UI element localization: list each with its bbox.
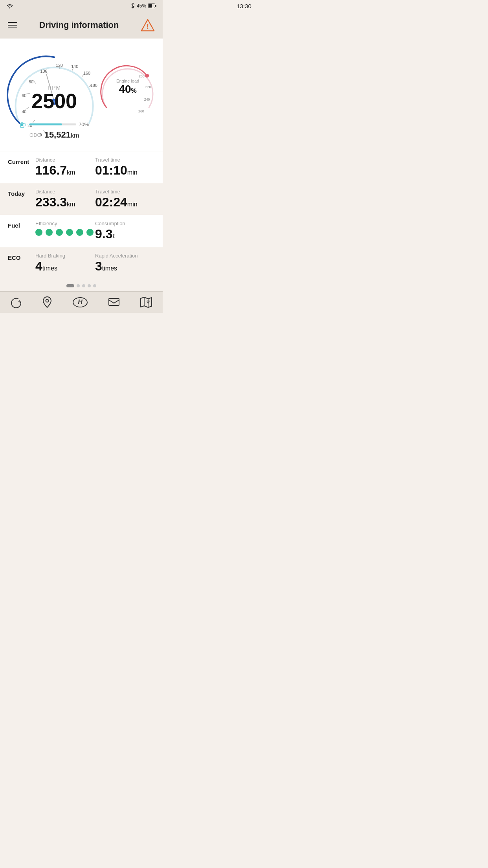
message-icon: [108, 297, 120, 307]
back-icon: [10, 297, 22, 308]
nav-back[interactable]: [10, 297, 22, 308]
current-travel-col: Travel time 01:10min: [95, 157, 155, 177]
svg-rect-40: [109, 298, 119, 305]
svg-rect-29: [21, 124, 23, 126]
nav-hyundai[interactable]: H: [72, 297, 88, 308]
svg-line-19: [33, 81, 36, 84]
svg-marker-41: [141, 297, 152, 307]
eff-dot-3: [56, 229, 63, 236]
today-distance-value: 233.3km: [35, 195, 95, 209]
today-label: Today: [8, 189, 35, 197]
bottom-nav: H: [0, 291, 163, 313]
fuel-section: Fuel Efficiency Consumption 9.3ℓ: [0, 215, 163, 246]
fuel-row: Fuel Efficiency Consumption 9.3ℓ: [8, 221, 155, 241]
eff-dot-6: [86, 229, 94, 236]
current-distance-name: Distance: [35, 157, 95, 163]
today-travel-value: 02:24min: [95, 195, 155, 209]
engine-load-gauge: 200 220 240 260 Engine load 40%: [97, 61, 159, 123]
current-distance-col: Distance 116.7km: [35, 157, 95, 177]
fuel-bar-background: [29, 123, 76, 125]
rapid-accel-name: Rapid Acceleration: [95, 253, 155, 259]
fuel-percentage: 70%: [79, 121, 89, 127]
fuel-label: Fuel: [8, 221, 35, 229]
warning-icon[interactable]: !: [141, 18, 155, 32]
odo-value: 15,521km: [44, 130, 79, 140]
svg-text:220: 220: [145, 85, 151, 89]
consumption-value: 9.3ℓ: [95, 227, 155, 241]
rpm-value: 2500: [31, 91, 77, 111]
fuel-bar-fill: [29, 123, 62, 125]
svg-text:260: 260: [138, 109, 144, 113]
svg-text:60: 60: [22, 93, 26, 98]
efficiency-col: Efficiency: [35, 221, 95, 241]
current-cols: Distance 116.7km Travel time 01:10min: [35, 157, 155, 177]
fuel-icon: [20, 120, 27, 128]
page-dot-2[interactable]: [77, 284, 80, 287]
nav-location[interactable]: [42, 296, 52, 308]
bluetooth-icon: [130, 3, 135, 9]
current-label: Current: [8, 157, 35, 165]
today-section: Today Distance 233.3km Travel time 02:24…: [0, 183, 163, 215]
current-row: Current Distance 116.7km Travel time 01:…: [8, 157, 155, 177]
svg-point-37: [46, 299, 48, 302]
wifi-icon: [6, 3, 13, 9]
rpm-gauge: 0 20 40 60 80 100 120 140 160 180: [4, 45, 105, 147]
svg-text:180: 180: [90, 83, 97, 88]
page-indicators: [0, 279, 163, 291]
svg-rect-1: [149, 4, 152, 8]
today-travel-name: Travel time: [95, 189, 155, 195]
svg-text:!: !: [147, 23, 149, 31]
gauges-row: 0 20 40 60 80 100 120 140 160 180: [4, 45, 159, 147]
consumption-name: Consumption: [95, 221, 155, 226]
svg-text:80: 80: [29, 79, 33, 84]
page-dot-1[interactable]: [66, 284, 74, 287]
page-title: Driving information: [39, 20, 119, 30]
status-bar: 13:30 45%: [0, 0, 163, 12]
rapid-accel-value: 3times: [95, 259, 155, 273]
eco-label: ECO: [8, 253, 35, 261]
gauge-section: 0 20 40 60 80 100 120 140 160 180: [0, 39, 163, 151]
status-left: [6, 3, 13, 9]
app-header: Driving information !: [0, 12, 163, 39]
hard-braking-name: Hard Braking: [35, 253, 95, 259]
eff-dot-5: [76, 229, 83, 236]
page-dot-3[interactable]: [82, 284, 85, 287]
odo-label: ODO: [29, 132, 41, 138]
svg-rect-2: [155, 5, 156, 7]
svg-text:H: H: [78, 299, 83, 305]
today-row: Today Distance 233.3km Travel time 02:24…: [8, 189, 155, 209]
page-dot-5[interactable]: [93, 284, 96, 287]
fuel-bar-row: 70%: [20, 120, 89, 128]
consumption-col: Consumption 9.3ℓ: [95, 221, 155, 241]
fuel-cols: Efficiency Consumption 9.3ℓ: [35, 221, 155, 241]
hard-braking-col: Hard Braking 4times: [35, 253, 95, 273]
current-travel-name: Travel time: [95, 157, 155, 163]
today-cols: Distance 233.3km Travel time 02:24min: [35, 189, 155, 209]
eco-section: ECO Hard Braking 4times Rapid Accelerati…: [0, 247, 163, 279]
eff-dot-4: [66, 229, 73, 236]
efficiency-name: Efficiency: [35, 221, 95, 226]
eff-dot-2: [46, 229, 53, 236]
map-icon: [140, 297, 152, 308]
current-travel-value: 01:10min: [95, 164, 155, 177]
nav-message[interactable]: [108, 297, 120, 307]
status-right: 45%: [130, 3, 156, 9]
hyundai-logo-icon: H: [72, 297, 88, 308]
rpm-display: RPM 2500: [31, 85, 77, 111]
svg-point-44: [148, 300, 149, 302]
page-dot-4[interactable]: [88, 284, 91, 287]
battery-icon: [148, 4, 156, 8]
current-distance-value: 116.7km: [35, 164, 95, 177]
nav-map[interactable]: [140, 297, 152, 308]
battery-text: 45%: [137, 3, 146, 9]
today-travel-col: Travel time 02:24min: [95, 189, 155, 209]
menu-button[interactable]: [8, 22, 17, 28]
svg-line-18: [26, 93, 30, 94]
location-icon: [42, 296, 52, 308]
current-section: Current Distance 116.7km Travel time 01:…: [0, 151, 163, 183]
svg-text:140: 140: [71, 64, 78, 69]
svg-text:40: 40: [22, 109, 26, 114]
engine-load-value: 40%: [116, 83, 139, 96]
svg-line-17: [26, 108, 29, 110]
svg-point-36: [145, 74, 149, 78]
